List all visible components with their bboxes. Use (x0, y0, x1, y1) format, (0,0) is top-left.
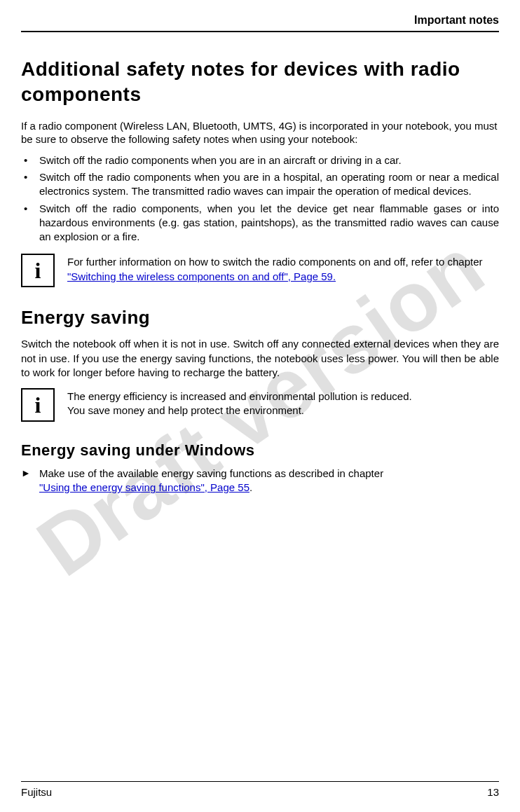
radio-intro-paragraph: If a radio component (Wireless LAN, Blue… (21, 119, 499, 146)
bullet-item: Switch off the radio components, when yo… (21, 202, 499, 245)
action-item: Make use of the available energy saving … (21, 467, 499, 495)
energy-saving-paragraph: Switch the notebook off when it is not i… (21, 337, 499, 380)
action-prefix: Make use of the available energy saving … (39, 467, 383, 479)
info-line-2: You save money and help protect the envi… (67, 404, 304, 416)
page-content: Important notes Additional safety notes … (21, 14, 499, 495)
action-suffix: . (249, 481, 252, 493)
header-section-title: Important notes (21, 14, 499, 32)
heading-energy-saving: Energy saving (21, 307, 499, 329)
bullet-item: Switch off the radio components when you… (21, 170, 499, 199)
footer-page-number: 13 (487, 786, 499, 798)
radio-safety-bullets: Switch off the radio components when you… (21, 153, 499, 245)
info-line-1: The energy efficiency is increased and e… (67, 390, 412, 402)
heading-energy-windows: Energy saving under Windows (21, 441, 499, 460)
action-list: Make use of the available energy saving … (21, 467, 499, 495)
page-footer: Fujitsu 13 (21, 781, 499, 798)
info-icon: i (21, 254, 55, 287)
heading-radio-safety: Additional safety notes for devices with… (21, 57, 499, 108)
info-text: For further information on how to switch… (67, 254, 499, 284)
info-block-radio: i For further information on how to swit… (21, 254, 499, 287)
link-energy-functions[interactable]: "Using the energy saving functions", Pag… (39, 481, 249, 493)
info-prefix: For further information on how to switch… (67, 256, 483, 268)
info-text: The energy efficiency is increased and e… (67, 388, 412, 418)
link-switching-wireless[interactable]: "Switching the wireless components on an… (67, 270, 336, 282)
info-icon: i (21, 388, 55, 422)
info-block-energy: i The energy efficiency is increased and… (21, 388, 499, 422)
footer-brand: Fujitsu (21, 786, 52, 798)
bullet-item: Switch off the radio components when you… (21, 153, 499, 167)
